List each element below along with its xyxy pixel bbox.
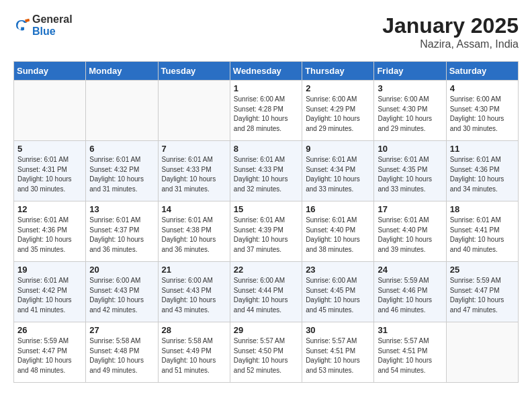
calendar-cell [14,81,86,141]
day-number: 25 [450,265,515,275]
column-header-tuesday: Tuesday [158,62,230,81]
title-block: January 2025 Nazira, Assam, India [382,13,519,50]
calendar-cell: 22Sunrise: 6:00 AM Sunset: 4:44 PM Dayli… [230,262,302,322]
calendar-cell: 28Sunrise: 5:58 AM Sunset: 4:49 PM Dayli… [158,322,230,383]
day-info: Sunrise: 6:01 AM Sunset: 4:32 PM Dayligh… [89,155,154,194]
day-info: Sunrise: 6:01 AM Sunset: 4:38 PM Dayligh… [162,216,226,255]
calendar-cell: 2Sunrise: 6:00 AM Sunset: 4:29 PM Daylig… [302,81,374,141]
day-info: Sunrise: 6:01 AM Sunset: 4:40 PM Dayligh… [378,216,442,255]
day-number: 17 [378,204,442,214]
day-info: Sunrise: 5:57 AM Sunset: 4:51 PM Dayligh… [378,336,442,375]
calendar-cell: 5Sunrise: 6:01 AM Sunset: 4:31 PM Daylig… [14,141,86,201]
calendar-cell: 31Sunrise: 5:57 AM Sunset: 4:51 PM Dayli… [374,322,446,383]
day-info: Sunrise: 6:01 AM Sunset: 4:41 PM Dayligh… [450,216,515,255]
day-number: 19 [17,265,82,275]
day-info: Sunrise: 5:58 AM Sunset: 4:49 PM Dayligh… [162,336,226,375]
day-info: Sunrise: 6:00 AM Sunset: 4:30 PM Dayligh… [450,95,515,134]
calendar-cell: 27Sunrise: 5:58 AM Sunset: 4:48 PM Dayli… [86,322,158,383]
calendar-cell: 24Sunrise: 5:59 AM Sunset: 4:46 PM Dayli… [374,262,446,322]
calendar-cell: 30Sunrise: 5:57 AM Sunset: 4:51 PM Dayli… [302,322,374,383]
calendar-header: SundayMondayTuesdayWednesdayThursdayFrid… [14,62,519,81]
calendar-week-1: 1Sunrise: 6:00 AM Sunset: 4:28 PM Daylig… [14,81,519,141]
calendar-cell: 19Sunrise: 6:01 AM Sunset: 4:42 PM Dayli… [14,262,86,322]
day-number: 14 [162,204,226,214]
day-info: Sunrise: 6:00 AM Sunset: 4:43 PM Dayligh… [89,276,154,315]
day-info: Sunrise: 6:01 AM Sunset: 4:33 PM Dayligh… [234,155,298,194]
calendar-week-4: 19Sunrise: 6:01 AM Sunset: 4:42 PM Dayli… [14,262,519,322]
day-info: Sunrise: 5:59 AM Sunset: 4:47 PM Dayligh… [450,276,515,315]
day-number: 21 [162,265,226,275]
day-info: Sunrise: 5:59 AM Sunset: 4:47 PM Dayligh… [17,336,82,375]
day-number: 8 [234,144,298,154]
calendar-cell: 4Sunrise: 6:00 AM Sunset: 4:30 PM Daylig… [446,81,518,141]
day-number: 30 [306,325,370,335]
calendar-cell: 26Sunrise: 5:59 AM Sunset: 4:47 PM Dayli… [14,322,86,383]
logo-text-blue: Blue [32,26,56,37]
day-info: Sunrise: 6:01 AM Sunset: 4:33 PM Dayligh… [162,155,226,194]
day-info: Sunrise: 6:01 AM Sunset: 4:37 PM Dayligh… [89,216,154,255]
calendar-cell: 18Sunrise: 6:01 AM Sunset: 4:41 PM Dayli… [446,201,518,262]
day-number: 16 [306,204,370,214]
day-number: 2 [306,83,370,93]
day-info: Sunrise: 5:57 AM Sunset: 4:50 PM Dayligh… [234,336,298,375]
column-header-saturday: Saturday [446,62,518,81]
day-number: 5 [17,144,82,154]
calendar-cell: 23Sunrise: 6:00 AM Sunset: 4:45 PM Dayli… [302,262,374,322]
calendar-cell [86,81,158,141]
day-info: Sunrise: 6:00 AM Sunset: 4:28 PM Dayligh… [234,95,298,134]
calendar-cell: 14Sunrise: 6:01 AM Sunset: 4:38 PM Dayli… [158,201,230,262]
day-number: 12 [17,204,82,214]
day-number: 27 [89,325,154,335]
calendar-table: SundayMondayTuesdayWednesdayThursdayFrid… [13,61,519,383]
logo-text-general: General [32,13,73,25]
calendar-cell: 11Sunrise: 6:01 AM Sunset: 4:36 PM Dayli… [446,141,518,201]
calendar-cell [158,81,230,141]
calendar-cell: 12Sunrise: 6:01 AM Sunset: 4:36 PM Dayli… [14,201,86,262]
day-number: 9 [306,144,370,154]
column-header-sunday: Sunday [14,62,86,81]
day-number: 22 [234,265,298,275]
day-number: 15 [234,204,298,214]
column-header-thursday: Thursday [302,62,374,81]
day-info: Sunrise: 6:00 AM Sunset: 4:29 PM Dayligh… [306,95,370,134]
day-number: 10 [378,144,442,154]
day-number: 28 [162,325,226,335]
calendar-cell: 8Sunrise: 6:01 AM Sunset: 4:33 PM Daylig… [230,141,302,201]
calendar-cell: 13Sunrise: 6:01 AM Sunset: 4:37 PM Dayli… [86,201,158,262]
calendar-cell: 17Sunrise: 6:01 AM Sunset: 4:40 PM Dayli… [374,201,446,262]
column-header-wednesday: Wednesday [230,62,302,81]
calendar-week-5: 26Sunrise: 5:59 AM Sunset: 4:47 PM Dayli… [14,322,519,383]
day-info: Sunrise: 6:01 AM Sunset: 4:40 PM Dayligh… [306,216,370,255]
day-number: 7 [162,144,226,154]
day-number: 31 [378,325,442,335]
day-info: Sunrise: 6:00 AM Sunset: 4:44 PM Dayligh… [234,276,298,315]
logo: General Blue [13,13,73,38]
calendar-cell: 3Sunrise: 6:00 AM Sunset: 4:30 PM Daylig… [374,81,446,141]
calendar-title: January 2025 [382,13,519,38]
day-number: 11 [450,144,515,154]
calendar-week-2: 5Sunrise: 6:01 AM Sunset: 4:31 PM Daylig… [14,141,519,201]
day-info: Sunrise: 6:01 AM Sunset: 4:35 PM Dayligh… [378,155,442,194]
day-number: 24 [378,265,442,275]
calendar-cell: 1Sunrise: 6:00 AM Sunset: 4:28 PM Daylig… [230,81,302,141]
day-info: Sunrise: 5:57 AM Sunset: 4:51 PM Dayligh… [306,336,370,375]
day-info: Sunrise: 6:01 AM Sunset: 4:36 PM Dayligh… [450,155,515,194]
logo-icon [13,17,30,34]
calendar-cell [446,322,518,383]
day-info: Sunrise: 6:01 AM Sunset: 4:31 PM Dayligh… [17,155,82,194]
day-info: Sunrise: 5:59 AM Sunset: 4:46 PM Dayligh… [378,276,442,315]
column-header-friday: Friday [374,62,446,81]
calendar-week-3: 12Sunrise: 6:01 AM Sunset: 4:36 PM Dayli… [14,201,519,262]
day-number: 4 [450,83,515,93]
day-number: 26 [17,325,82,335]
calendar-cell: 7Sunrise: 6:01 AM Sunset: 4:33 PM Daylig… [158,141,230,201]
calendar-cell: 10Sunrise: 6:01 AM Sunset: 4:35 PM Dayli… [374,141,446,201]
day-info: Sunrise: 6:01 AM Sunset: 4:39 PM Dayligh… [234,216,298,255]
day-number: 20 [89,265,154,275]
day-number: 13 [89,204,154,214]
day-number: 1 [234,83,298,93]
calendar-cell: 6Sunrise: 6:01 AM Sunset: 4:32 PM Daylig… [86,141,158,201]
day-number: 18 [450,204,515,214]
calendar-cell: 20Sunrise: 6:00 AM Sunset: 4:43 PM Dayli… [86,262,158,322]
calendar-cell: 21Sunrise: 6:00 AM Sunset: 4:43 PM Dayli… [158,262,230,322]
